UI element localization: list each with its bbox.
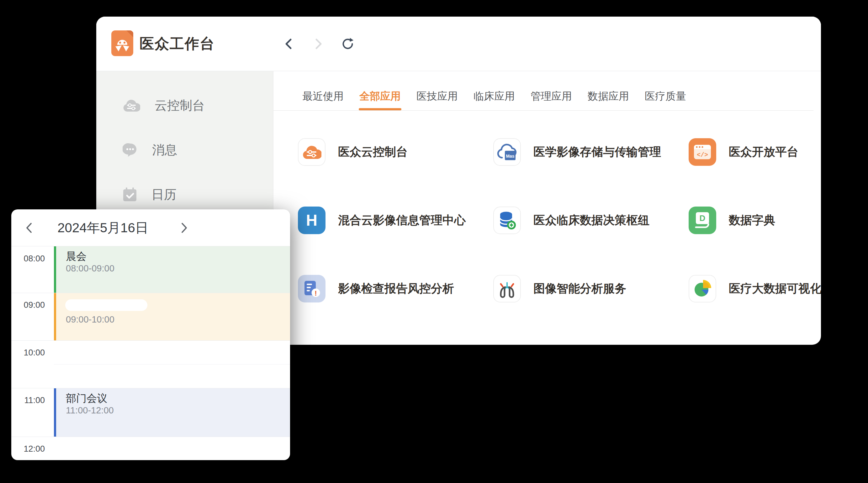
tab-management-apps[interactable]: 管理应用 [531,89,572,110]
cloud-mas-icon: Mas [493,138,521,166]
event-time: 08:00-09:00 [66,263,290,273]
app-grid: 医众云控制台 Mas 医学影像存储与传输管理 [298,138,821,343]
event-title: 部门会议 [66,393,290,404]
event-time: 09:00-10:00 [66,314,290,325]
window-header: 医众工作台 [96,17,821,71]
app-label: 医众临床数据决策枢纽 [533,213,649,228]
chevron-left-icon[interactable] [20,210,38,246]
tab-data-apps[interactable]: 数据应用 [588,89,629,110]
app-item-cloud-console[interactable]: 医众云控制台 [298,138,493,166]
tab-medtech-apps[interactable]: 医技应用 [416,89,458,110]
code-window-icon: </> [689,138,716,166]
app-item-hybrid-cloud-center[interactable]: H 混合云影像信息管理中心 [298,206,493,235]
letter-h-icon: H [298,206,326,234]
calendar-event-morning-meeting[interactable]: 晨会 08:00-09:00 [54,246,290,293]
svg-text:D: D [700,214,706,223]
sidebar-item-label: 日历 [151,186,177,203]
svg-text:</>: </> [697,151,708,159]
time-label: 08:00 [11,254,45,264]
sidebar-item-label: 云控制台 [155,97,205,114]
pie-chart-icon [689,275,716,302]
app-item-open-platform[interactable]: </> 医众开放平台 [689,138,821,166]
tab-recent[interactable]: 最近使用 [302,89,344,110]
app-item-clinical-data-hub[interactable]: 医众临床数据决策枢纽 [493,206,689,235]
calendar-header: 2024年5月16日 [11,210,290,246]
event-title-placeholder [65,299,147,311]
dictionary-book-icon: D [689,206,716,234]
hour-divider [11,341,290,341]
calendar-date: 2024年5月16日 [41,210,164,246]
svg-text:Mas: Mas [506,154,514,159]
time-label: 11:00 [11,395,45,405]
report-alert-icon: ! [298,275,326,302]
refresh-icon[interactable] [341,37,355,51]
app-label: 医疗大数据可视化 [729,281,821,296]
calendar-panel: 2024年5月16日 08:00 09:00 10:00 11:00 12:00… [11,210,290,460]
calendar-grid: 08:00 09:00 10:00 11:00 12:00 晨会 08:00-0… [11,246,290,460]
database-plus-icon [493,206,521,234]
time-label: 12:00 [11,444,45,454]
time-label: 09:00 [11,300,45,310]
forward-chevron-icon[interactable] [311,37,325,51]
sidebar-item-label: 消息 [152,141,177,159]
event-accent-bar [54,388,56,437]
svg-text:H: H [306,212,317,229]
app-item-report-risk-analysis[interactable]: ! 影像检查报告风控分析 [298,274,493,303]
sidebar-item-cloud-console[interactable]: 云控制台 [96,83,273,128]
cloud-sliders-icon [298,138,326,166]
event-time: 11:00-12:00 [66,405,290,416]
app-label: 图像智能分析服务 [533,281,626,296]
app-item-image-ai-analysis[interactable]: 图像智能分析服务 [493,274,689,303]
time-label: 10:00 [11,348,45,358]
app-label: 医众开放平台 [729,144,798,160]
sidebar-item-messages[interactable]: 消息 [96,128,273,172]
back-chevron-icon[interactable] [282,37,296,51]
app-item-big-data-visualization[interactable]: 医疗大数据可视化 [689,274,821,303]
cloud-console-icon [123,98,140,112]
message-bubble-icon [123,142,138,157]
event-accent-bar [54,293,56,341]
lungs-icon [493,275,521,302]
tab-all-apps[interactable]: 全部应用 [360,89,401,110]
event-accent-bar [54,246,56,293]
half-hour-divider [54,364,290,364]
app-label: 数据字典 [729,213,775,228]
app-label: 影像检查报告风控分析 [338,281,454,296]
tab-medical-quality[interactable]: 医疗质量 [645,89,686,110]
calendar-check-icon [123,187,137,202]
nav-buttons [282,17,355,71]
content-area: 最近使用 全部应用 医技应用 临床应用 管理应用 数据应用 医疗质量 [274,71,821,345]
calendar-event-department-meeting[interactable]: 部门会议 11:00-12:00 [54,388,290,437]
app-label: 医学影像存储与传输管理 [533,144,661,160]
app-label: 混合云影像信息管理中心 [338,213,466,228]
app-item-image-storage[interactable]: Mas 医学影像存储与传输管理 [493,138,689,166]
app-logo mascot-document-icon [111,30,133,56]
app-title: 医众工作台 [140,17,215,71]
hour-divider [11,437,290,437]
tab-clinical-apps[interactable]: 临床应用 [473,89,515,110]
svg-text:!: ! [314,289,317,297]
event-title: 晨会 [66,251,290,262]
tab-bar: 最近使用 全部应用 医技应用 临床应用 管理应用 数据应用 医疗质量 [274,71,813,110]
calendar-event-redacted[interactable]: 09:00-10:00 [54,293,290,341]
app-label: 医众云控制台 [338,144,408,160]
chevron-right-icon[interactable] [175,210,194,246]
app-item-data-dictionary[interactable]: D 数据字典 [689,206,821,235]
